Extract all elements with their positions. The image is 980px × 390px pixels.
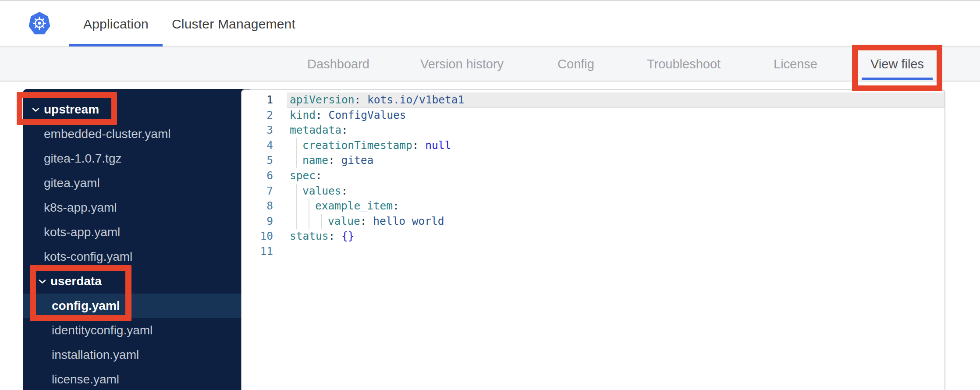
tree-file-gitea-1.0.7.tgz[interactable]: gitea-1.0.7.tgz: [23, 146, 253, 171]
tree-item-label: installation.yaml: [52, 348, 139, 362]
line-number: 1: [242, 92, 273, 108]
token-colon: :: [393, 199, 399, 212]
indent-guide: [302, 214, 315, 229]
line-number: 7: [242, 184, 273, 199]
token-key: values: [302, 184, 341, 197]
code-line-10: 10status: {}: [242, 229, 944, 244]
token-colon: :: [316, 169, 322, 182]
token-key: metadata: [290, 124, 341, 136]
token-colon: :: [341, 184, 348, 197]
tree-item-label: license.yaml: [52, 372, 119, 386]
annotation-box-userdata-config: [30, 265, 131, 321]
token-val: hello world: [373, 215, 444, 227]
indent-guide: [290, 184, 302, 199]
tree-file-gitea.yaml[interactable]: gitea.yaml: [23, 171, 253, 195]
token-val: ConfigValues: [329, 109, 406, 121]
app-header: Application Cluster Management: [0, 0, 980, 46]
token-colon: :: [329, 230, 342, 242]
tree-item-label: kots-config.yaml: [44, 250, 132, 264]
code-line-3: 3metadata:: [242, 123, 944, 138]
line-number: 4: [242, 138, 273, 153]
token-key: apiVersion: [290, 93, 355, 106]
token-colon: :: [412, 139, 426, 152]
indent-guide: [290, 199, 302, 214]
code-line-2: 2kind: ConfigValues: [242, 108, 944, 123]
annotation-box-upstream: [17, 92, 117, 125]
code-line-text: example_item:: [287, 199, 944, 214]
file-tree: upstreamembedded-cluster.yamlgitea-1.0.7…: [23, 89, 253, 390]
code-line-9: 9value: hello world: [242, 214, 944, 229]
code-line-text: spec:: [287, 168, 944, 184]
tree-item-label: identityconfig.yaml: [52, 323, 153, 337]
token-atom: {}: [341, 230, 355, 242]
code-line-6: 6spec:: [242, 168, 944, 184]
subnav-tab-license[interactable]: License: [774, 47, 817, 81]
token-colon: :: [328, 154, 341, 167]
code-line-text: name: gitea: [287, 153, 944, 168]
token-colon: :: [341, 124, 348, 136]
code-line-11: 11: [242, 244, 944, 259]
line-number: 8: [242, 199, 273, 214]
tree-item-label: kots-app.yaml: [44, 225, 120, 239]
tree-file-k8s-app.yaml[interactable]: k8s-app.yaml: [23, 195, 253, 220]
subnav-tab-version-history[interactable]: Version history: [420, 47, 504, 81]
indent-guide: [290, 214, 302, 229]
token-key: name: [302, 154, 328, 167]
app-subnav: DashboardVersion historyConfigTroublesho…: [0, 46, 980, 82]
token-colon: :: [355, 93, 368, 106]
code-line-text: apiVersion: kots.io/v1beta1: [287, 92, 944, 108]
subnav-tab-troubleshoot[interactable]: Troubleshoot: [647, 47, 721, 81]
indent-guide: [315, 214, 328, 229]
code-line-4: 4creationTimestamp: null: [242, 138, 944, 153]
token-key: spec: [290, 169, 316, 182]
line-number: 2: [242, 108, 273, 123]
line-number: 11: [242, 244, 273, 259]
annotation-box-view-files: [852, 45, 942, 91]
line-number: 10: [242, 229, 273, 244]
tree-item-label: gitea-1.0.7.tgz: [44, 152, 121, 166]
tree-file-embedded-cluster.yaml[interactable]: embedded-cluster.yaml: [23, 122, 253, 146]
tree-file-installation.yaml[interactable]: installation.yaml: [23, 343, 253, 367]
token-val: kots.io/v1beta1: [367, 93, 464, 106]
code-line-8: 8example_item:: [242, 199, 944, 214]
code-line-5: 5name: gitea: [242, 153, 944, 168]
token-key: value: [328, 215, 360, 227]
token-key: example_item: [315, 199, 393, 212]
subnav-tab-dashboard[interactable]: Dashboard: [307, 47, 369, 81]
kubernetes-logo-icon: [28, 12, 50, 36]
line-number: 9: [242, 214, 273, 229]
tab-application[interactable]: Application: [83, 1, 149, 46]
tree-item-label: k8s-app.yaml: [44, 201, 117, 215]
subnav-tab-config[interactable]: Config: [557, 47, 594, 81]
code-line-text: metadata:: [287, 123, 944, 138]
line-number: 6: [242, 168, 273, 184]
code-line-text: values:: [287, 184, 944, 199]
tree-file-identityconfig.yaml[interactable]: identityconfig.yaml: [23, 318, 253, 343]
line-number: 5: [242, 153, 273, 168]
code-line-text: [287, 244, 944, 259]
tree-file-license.yaml[interactable]: license.yaml: [23, 367, 253, 390]
view-files-content: upstreamembedded-cluster.yamlgitea-1.0.7…: [0, 82, 980, 390]
token-key: kind: [290, 109, 316, 121]
indent-guide: [290, 153, 302, 168]
yaml-file-viewer[interactable]: 1apiVersion: kots.io/v1beta12kind: Confi…: [241, 89, 945, 390]
tree-item-label: embedded-cluster.yaml: [44, 127, 170, 141]
kots-admin-console: Application Cluster Management Dashboard…: [0, 0, 980, 390]
app-level-tabs: Application Cluster Management: [83, 1, 295, 46]
code-line-text: creationTimestamp: null: [287, 138, 944, 153]
indent-guide: [302, 199, 315, 214]
tab-cluster-management[interactable]: Cluster Management: [172, 1, 295, 46]
tree-item-label: gitea.yaml: [44, 176, 100, 190]
code-line-text: value: hello world: [287, 214, 944, 229]
code-line-1: 1apiVersion: kots.io/v1beta1: [242, 92, 944, 108]
token-key: creationTimestamp: [302, 139, 412, 152]
code-line-text: status: {}: [287, 229, 944, 244]
code-line-text: kind: ConfigValues: [287, 108, 944, 123]
token-colon: :: [316, 109, 329, 121]
line-number: 3: [242, 123, 273, 138]
tree-file-kots-app.yaml[interactable]: kots-app.yaml: [23, 220, 253, 245]
indent-guide: [290, 138, 302, 153]
token-val: gitea: [341, 154, 374, 167]
token-key: status: [290, 230, 329, 242]
token-colon: :: [360, 215, 373, 227]
